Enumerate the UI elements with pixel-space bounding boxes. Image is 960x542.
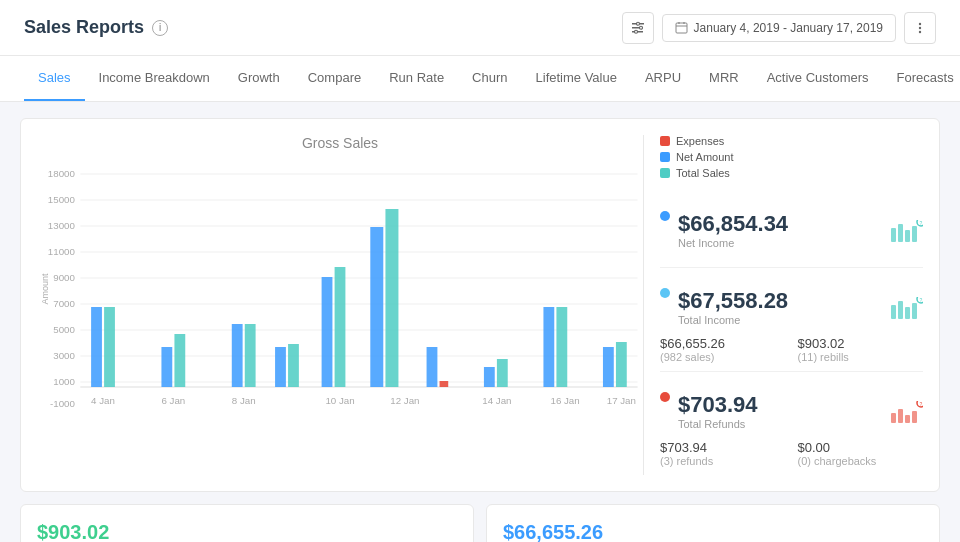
svg-rect-63 (891, 228, 896, 242)
total-refunds-sub-1: $703.94 (3) refunds (660, 440, 786, 467)
svg-text:4 Jan: 4 Jan (91, 396, 115, 406)
tab-forecasts[interactable]: Forecasts (883, 56, 960, 101)
svg-rect-44 (335, 267, 346, 387)
total-refunds-sub-grid: $703.94 (3) refunds $0.00 (0) chargeback… (660, 440, 923, 467)
tab-run-rate[interactable]: Run Rate (375, 56, 458, 101)
recurring-revenue-card: $903.02 Selected Period Recurring Revenu… (20, 504, 474, 542)
svg-rect-35 (91, 307, 102, 387)
tab-income-breakdown[interactable]: Income Breakdown (85, 56, 224, 101)
total-refunds-sub-2: $0.00 (0) chargebacks (798, 440, 924, 467)
svg-text:-1000: -1000 (50, 399, 75, 409)
svg-text:1000: 1000 (53, 377, 75, 387)
svg-rect-69 (891, 305, 896, 319)
total-refunds-sub-2-label: (0) chargebacks (798, 455, 924, 467)
gross-sales-card: Gross Sales 18000 15000 13000 11000 9000… (20, 118, 940, 492)
legend-net-dot (660, 152, 670, 162)
svg-rect-43 (322, 277, 333, 387)
svg-text:16 Jan: 16 Jan (550, 396, 579, 406)
net-income-value-group: $66,854.34 Net Income (678, 211, 788, 255)
svg-text:Amount: Amount (40, 273, 50, 304)
svg-rect-37 (161, 347, 172, 387)
svg-rect-36 (104, 307, 115, 387)
svg-rect-78 (912, 411, 917, 423)
legend-total-sales: Total Sales (660, 167, 923, 179)
total-income-sub-2-label: (11) rebills (798, 351, 924, 363)
svg-rect-41 (275, 347, 286, 387)
filter-icon-btn[interactable] (622, 12, 654, 44)
svg-text:3000: 3000 (53, 351, 75, 361)
stats-panel: Expenses Net Amount Total Sales (643, 135, 923, 475)
svg-point-12 (919, 26, 921, 28)
tab-sales[interactable]: Sales (24, 56, 85, 101)
svg-point-5 (639, 26, 642, 29)
total-income-value-group: $67,558.28 Total Income (678, 288, 788, 332)
total-income-chart-icon[interactable]: ? (891, 297, 923, 324)
svg-rect-77 (905, 415, 910, 423)
total-income-sub-grid: $66,655.26 (982 sales) $903.02 (11) rebi… (660, 336, 923, 363)
svg-rect-7 (676, 23, 687, 33)
net-income-value: $66,854.34 (678, 211, 788, 237)
svg-rect-71 (905, 307, 910, 319)
tab-churn[interactable]: Churn (458, 56, 521, 101)
svg-text:14 Jan: 14 Jan (482, 396, 511, 406)
total-refunds-sub-1-value: $703.94 (660, 440, 786, 455)
more-icon (913, 21, 927, 35)
total-refunds-block: $703.94 Total Refunds ? (660, 384, 923, 475)
tab-compare[interactable]: Compare (294, 56, 375, 101)
svg-text:18000: 18000 (48, 169, 75, 179)
total-income-dot (660, 288, 670, 298)
gross-sales-chart: 18000 15000 13000 11000 9000 7000 5000 3… (37, 159, 643, 419)
header-controls: January 4, 2019 - January 17, 2019 (622, 12, 936, 44)
total-income-left: $67,558.28 Total Income (660, 288, 891, 332)
net-income-dot (660, 211, 670, 221)
legend-expenses: Expenses (660, 135, 923, 147)
main-content: Gross Sales 18000 15000 13000 11000 9000… (0, 102, 960, 542)
total-refunds-chart-icon[interactable]: ? (891, 401, 923, 428)
new-sales-card: $66,655.26 Selected Period New Sales Sal… (486, 504, 940, 542)
svg-point-13 (919, 30, 921, 32)
tab-growth[interactable]: Growth (224, 56, 294, 101)
chart-legend: Expenses Net Amount Total Sales (660, 135, 923, 179)
svg-text:10 Jan: 10 Jan (325, 396, 354, 406)
svg-rect-66 (912, 226, 917, 242)
svg-rect-65 (905, 230, 910, 242)
net-income-label: Net Income (678, 237, 788, 249)
more-options-btn[interactable] (904, 12, 936, 44)
total-refunds-value: $703.94 (678, 392, 758, 418)
svg-rect-47 (427, 347, 438, 387)
svg-rect-54 (616, 342, 627, 387)
total-income-sub-2-value: $903.02 (798, 336, 924, 351)
svg-rect-49 (484, 367, 495, 387)
total-refunds-dot (660, 392, 670, 402)
legend-total-dot (660, 168, 670, 178)
info-icon[interactable]: i (152, 20, 168, 36)
svg-rect-46 (385, 209, 398, 387)
svg-text:?: ? (920, 220, 923, 226)
tab-mrr[interactable]: MRR (695, 56, 753, 101)
date-range-button[interactable]: January 4, 2019 - January 17, 2019 (662, 14, 896, 42)
svg-text:8 Jan: 8 Jan (232, 396, 256, 406)
svg-text:13000: 13000 (48, 221, 75, 231)
tab-lifetime-value[interactable]: Lifetime Value (522, 56, 631, 101)
total-refunds-sub-2-value: $0.00 (798, 440, 924, 455)
svg-rect-48 (440, 381, 449, 387)
net-income-left: $66,854.34 Net Income (660, 211, 891, 255)
net-income-chart-icon[interactable]: ? (891, 220, 923, 247)
svg-rect-2 (632, 27, 640, 29)
total-refunds-main-row: $703.94 Total Refunds ? (660, 392, 923, 436)
legend-net-label: Net Amount (676, 151, 733, 163)
total-income-sub-2: $903.02 (11) rebills (798, 336, 924, 363)
tab-arpu[interactable]: ARPU (631, 56, 695, 101)
svg-rect-39 (232, 324, 243, 387)
tab-active-customers[interactable]: Active Customers (753, 56, 883, 101)
legend-expenses-dot (660, 136, 670, 146)
recurring-revenue-value: $903.02 (37, 521, 457, 542)
svg-text:?: ? (920, 297, 923, 303)
svg-text:7000: 7000 (53, 299, 75, 309)
nav-tabs: Sales Income Breakdown Growth Compare Ru… (0, 56, 960, 102)
legend-total-label: Total Sales (676, 167, 730, 179)
net-income-main-row: $66,854.34 Net Income ? (660, 211, 923, 255)
svg-rect-50 (497, 359, 508, 387)
svg-point-11 (919, 22, 921, 24)
svg-rect-53 (603, 347, 614, 387)
